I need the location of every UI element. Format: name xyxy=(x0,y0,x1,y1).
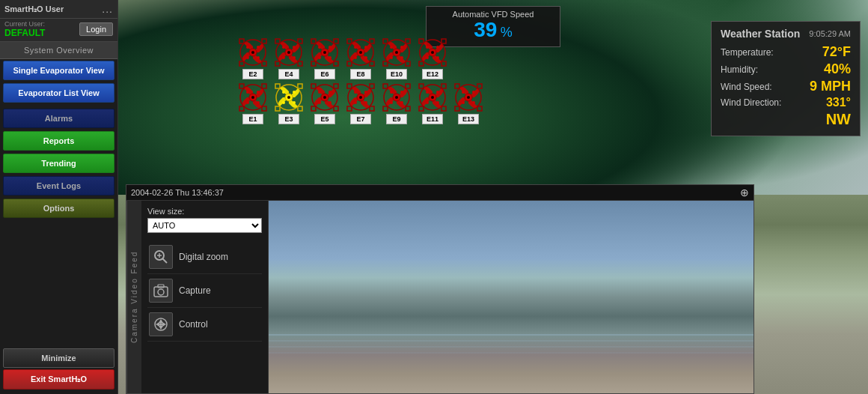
svg-point-120 xyxy=(400,101,403,104)
svg-point-107 xyxy=(364,91,367,94)
svg-point-141 xyxy=(462,101,465,104)
evaporator-list-view-button[interactable]: Evaporator List View xyxy=(3,83,114,103)
svg-rect-14 xyxy=(275,39,280,43)
view-size-select[interactable]: AUTO 640x480 320x240 xyxy=(147,218,262,233)
control-item[interactable]: Control xyxy=(147,308,262,342)
reports-button[interactable]: Reports xyxy=(3,131,114,151)
svg-point-87 xyxy=(293,101,296,104)
evap-row-2: E1 E3 xyxy=(238,82,483,124)
svg-rect-36 xyxy=(347,39,352,43)
svg-point-7 xyxy=(246,46,249,49)
evap-unit-E4[interactable]: E4 xyxy=(274,37,304,79)
svg-rect-61 xyxy=(441,61,446,66)
svg-point-31 xyxy=(318,56,321,59)
svg-point-46 xyxy=(395,51,398,54)
wind-speed-value: 9 MPH xyxy=(810,79,851,94)
svg-rect-71 xyxy=(239,106,244,111)
alarms-button[interactable]: Alarms xyxy=(3,109,114,128)
temperature-value: 72°F xyxy=(822,44,851,60)
svg-point-101 xyxy=(359,96,362,99)
evap-unit-E3[interactable]: E3 xyxy=(274,82,304,124)
evap-label-E11: E11 xyxy=(422,114,443,124)
svg-rect-105 xyxy=(370,106,374,111)
options-button[interactable]: Options xyxy=(3,198,114,218)
svg-point-117 xyxy=(390,91,393,94)
svg-rect-25 xyxy=(311,39,316,43)
svg-point-96 xyxy=(328,91,331,94)
svg-point-32 xyxy=(328,56,331,59)
svg-point-112 xyxy=(395,96,398,99)
svg-rect-124 xyxy=(419,84,424,88)
trending-button[interactable]: Trending xyxy=(3,154,114,173)
svg-point-95 xyxy=(318,91,321,94)
evap-label-E10: E10 xyxy=(386,69,407,79)
sidebar-menu-dots[interactable]: ... xyxy=(102,3,113,15)
svg-point-86 xyxy=(282,101,285,104)
wind-speed-label: Wind Speed: xyxy=(721,82,772,92)
evap-unit-E8[interactable]: E8 xyxy=(346,37,376,79)
evap-unit-E5[interactable]: E5 xyxy=(310,82,340,124)
svg-point-63 xyxy=(436,46,439,49)
event-logs-button[interactable]: Event Logs xyxy=(3,176,114,196)
svg-point-18 xyxy=(282,46,285,49)
svg-rect-102 xyxy=(347,84,352,88)
evap-label-E13: E13 xyxy=(458,114,479,124)
svg-rect-138 xyxy=(477,106,482,111)
system-overview-label: System Overview xyxy=(0,42,117,59)
user-row: Current User: DEFAULT Login xyxy=(0,19,117,42)
single-evaporator-view-button[interactable]: Single Evaporator View xyxy=(3,61,114,80)
current-user-name: DEFAULT xyxy=(4,28,45,38)
evap-unit-E12[interactable]: E12 xyxy=(418,37,447,79)
capture-icon xyxy=(149,279,173,303)
svg-line-144 xyxy=(163,259,168,264)
minimize-button[interactable]: Minimize xyxy=(3,348,114,368)
svg-point-134 xyxy=(467,96,470,99)
svg-point-155 xyxy=(159,323,162,326)
evap-label-E4: E4 xyxy=(278,69,299,79)
humidity-value: 40% xyxy=(824,61,851,77)
svg-point-51 xyxy=(390,46,393,49)
svg-point-109 xyxy=(364,101,367,104)
wind-speed-row: Wind Speed: 9 MPH xyxy=(721,79,851,94)
svg-point-42 xyxy=(354,56,357,59)
svg-point-8 xyxy=(257,46,260,49)
evap-unit-E11[interactable]: E11 xyxy=(418,82,447,124)
evap-label-E2: E2 xyxy=(242,69,263,79)
svg-rect-126 xyxy=(419,106,424,111)
svg-rect-27 xyxy=(311,61,316,66)
svg-rect-114 xyxy=(406,84,410,88)
svg-point-19 xyxy=(293,46,296,49)
evap-row-1: E2 E4 xyxy=(238,37,483,79)
svg-point-24 xyxy=(323,51,326,54)
svg-point-97 xyxy=(318,101,321,104)
svg-point-10 xyxy=(257,56,260,59)
svg-point-68 xyxy=(251,96,254,99)
svg-rect-72 xyxy=(262,106,266,111)
evap-unit-E10[interactable]: E10 xyxy=(382,37,412,79)
evap-unit-E13[interactable]: E13 xyxy=(453,82,483,124)
evap-unit-E9[interactable]: E9 xyxy=(382,82,412,124)
capture-control[interactable]: Capture xyxy=(147,274,262,308)
evap-unit-E7[interactable]: E7 xyxy=(346,82,376,124)
evap-unit-E1[interactable]: E1 xyxy=(238,82,268,124)
camera-expand-icon[interactable]: ⊕ xyxy=(740,187,749,198)
evap-unit-E2[interactable]: E2 xyxy=(238,37,268,79)
exit-button[interactable]: Exit SmartH₂O xyxy=(3,369,114,390)
evap-label-E1: E1 xyxy=(242,114,263,124)
svg-rect-93 xyxy=(311,106,316,111)
svg-point-21 xyxy=(293,56,296,59)
svg-point-140 xyxy=(472,91,475,94)
wind-dir-label: Wind Direction: xyxy=(721,97,781,108)
svg-point-40 xyxy=(354,46,357,49)
svg-point-128 xyxy=(426,91,429,94)
login-button[interactable]: Login xyxy=(79,22,113,36)
digital-zoom-control[interactable]: Digital zoom xyxy=(147,240,262,274)
weather-time: 9:05:29 AM xyxy=(809,29,851,38)
svg-rect-50 xyxy=(406,61,410,66)
svg-point-57 xyxy=(431,51,434,54)
evap-label-E7: E7 xyxy=(350,114,371,124)
svg-point-35 xyxy=(359,51,362,54)
svg-point-79 xyxy=(287,96,290,99)
svg-rect-60 xyxy=(419,61,424,66)
evap-unit-E6[interactable]: E6 xyxy=(310,37,340,79)
